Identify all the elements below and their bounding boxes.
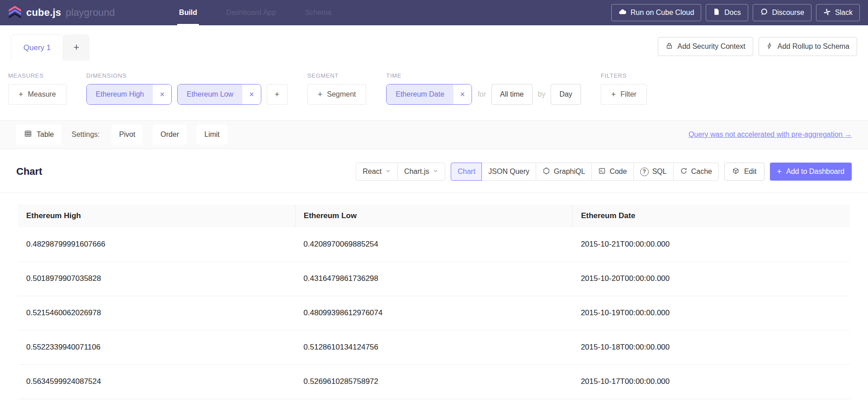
add-rollup-to-schema-button[interactable]: Add Rollup to Schema bbox=[759, 37, 857, 56]
time-label: TIME bbox=[386, 72, 581, 79]
cache-label: Cache bbox=[691, 168, 712, 176]
chart-header: Chart React Chart.js Chart JSON Query Gr… bbox=[0, 149, 868, 193]
pre-aggregation-link[interactable]: Query was not accelerated with pre-aggre… bbox=[689, 131, 852, 139]
order-button[interactable]: Order bbox=[153, 125, 187, 145]
navbar-actions: Run on Cube Cloud Docs Discourse Slack bbox=[611, 4, 860, 21]
view-tab-cache[interactable]: Cache bbox=[673, 163, 719, 181]
edit-button[interactable]: Edit bbox=[724, 163, 764, 181]
table-row: 0.5522339940071106 0.5128610134124756 20… bbox=[18, 330, 850, 364]
cell-ethereum-high: 0.48298799991607666 bbox=[18, 227, 295, 261]
settings-buttons: Pivot Order Limit bbox=[112, 125, 227, 145]
cell-ethereum-date: 2015-10-17T00:00:00.000 bbox=[573, 364, 850, 399]
table-row: 0.48298799991607666 0.4208970069885254 2… bbox=[18, 227, 850, 261]
cell-ethereum-low: 0.48099398612976074 bbox=[295, 296, 572, 330]
results-table-container: Ethereum High Ethereum Low Ethereum Date… bbox=[0, 193, 868, 399]
code-label: Code bbox=[609, 168, 627, 176]
remove-chip-icon[interactable]: × bbox=[242, 84, 261, 104]
nav-tab-schema[interactable]: Schema bbox=[303, 0, 333, 25]
remove-chip-icon[interactable]: × bbox=[453, 84, 472, 104]
column-header-ethereum-high[interactable]: Ethereum High bbox=[18, 205, 295, 227]
dimensions-group: DIMENSIONS Ethereum High × Ethereum Low … bbox=[86, 72, 288, 105]
table-grid-icon bbox=[24, 130, 32, 140]
chart-toolbar: React Chart.js Chart JSON Query GraphiQL… bbox=[356, 163, 852, 181]
for-label: for bbox=[477, 90, 486, 98]
query-tab-1[interactable]: Query 1 bbox=[11, 34, 63, 61]
add-filter-button[interactable]: + Filter bbox=[601, 84, 647, 105]
framework-select-value: React bbox=[363, 168, 382, 176]
lock-icon bbox=[665, 42, 673, 51]
column-header-ethereum-low[interactable]: Ethereum Low bbox=[295, 205, 572, 227]
plus-icon: + bbox=[318, 90, 323, 99]
cube-icon bbox=[732, 167, 740, 177]
query-builder: MEASURES + Measure DIMENSIONS Ethereum H… bbox=[0, 61, 868, 120]
plus-icon: + bbox=[19, 90, 24, 99]
add-measure-label: Measure bbox=[28, 90, 56, 98]
table-view-label: Table bbox=[37, 131, 54, 139]
plus-icon: + bbox=[777, 167, 782, 177]
table-view-button[interactable]: Table bbox=[16, 125, 61, 145]
add-measure-button[interactable]: + Measure bbox=[8, 84, 66, 105]
add-security-context-label: Add Security Context bbox=[678, 42, 745, 51]
limit-button[interactable]: Limit bbox=[197, 125, 227, 145]
view-tab-graphiql[interactable]: GraphiQL bbox=[536, 163, 592, 181]
remove-chip-icon[interactable]: × bbox=[153, 84, 171, 104]
chip-label: Ethereum High bbox=[87, 84, 153, 104]
lightning-icon bbox=[766, 42, 773, 51]
dimensions-label: DIMENSIONS bbox=[86, 72, 288, 79]
discourse-button[interactable]: Discourse bbox=[753, 4, 811, 21]
granularity-select[interactable]: Day bbox=[551, 84, 580, 105]
chip-label: Ethereum Low bbox=[178, 84, 242, 104]
column-header-ethereum-date[interactable]: Ethereum Date bbox=[573, 205, 850, 227]
chevron-down-icon bbox=[433, 168, 439, 176]
add-security-context-button[interactable]: Add Security Context bbox=[658, 37, 753, 56]
cell-ethereum-date: 2015-10-18T00:00:00.000 bbox=[573, 330, 850, 364]
settings-label: Settings: bbox=[71, 131, 99, 139]
run-on-cube-cloud-label: Run on Cube Cloud bbox=[631, 9, 694, 17]
main-nav: Build Dashboard App Schema bbox=[165, 0, 346, 25]
chevron-down-icon bbox=[385, 168, 391, 176]
measures-group: MEASURES + Measure bbox=[8, 72, 66, 105]
settings-bar: Table Settings: Pivot Order Limit Query … bbox=[0, 120, 868, 149]
view-tab-chart[interactable]: Chart bbox=[451, 163, 482, 181]
filters-group: FILTERS + Filter bbox=[601, 72, 647, 105]
top-navbar: cube.js playground Build Dashboard App S… bbox=[0, 0, 868, 25]
framework-select[interactable]: React bbox=[356, 163, 398, 181]
run-on-cube-cloud-button[interactable]: Run on Cube Cloud bbox=[611, 4, 702, 21]
slack-icon bbox=[823, 8, 831, 18]
slack-button[interactable]: Slack bbox=[816, 4, 860, 21]
add-segment-label: Segment bbox=[327, 90, 356, 98]
chart-title: Chart bbox=[16, 166, 42, 177]
add-dimension-button[interactable]: + bbox=[267, 84, 288, 105]
view-tabs-group: Chart JSON Query GraphiQL Code ? SQL Cac… bbox=[451, 163, 719, 181]
nav-tab-build[interactable]: Build bbox=[177, 0, 199, 25]
cell-ethereum-date: 2015-10-19T00:00:00.000 bbox=[573, 296, 850, 330]
cell-ethereum-date: 2015-10-20T00:00:00.000 bbox=[573, 261, 850, 296]
measures-label: MEASURES bbox=[8, 72, 66, 79]
view-tab-sql[interactable]: ? SQL bbox=[633, 163, 674, 181]
date-range-select[interactable]: All time bbox=[491, 84, 532, 105]
filters-label: FILTERS bbox=[601, 72, 647, 79]
dimension-chip-ethereum-low[interactable]: Ethereum Low × bbox=[177, 84, 261, 105]
segment-label: SEGMENT bbox=[307, 72, 367, 79]
time-group: TIME Ethereum Date × for All time by Day bbox=[386, 72, 581, 105]
cell-ethereum-high: 0.5215460062026978 bbox=[18, 296, 295, 330]
add-segment-button[interactable]: + Segment bbox=[307, 84, 367, 105]
docs-label: Docs bbox=[724, 9, 741, 17]
query-tabs-row: Query 1 + Add Security Context Add Rollu… bbox=[0, 25, 868, 61]
docs-button[interactable]: Docs bbox=[706, 4, 748, 21]
time-chip-ethereum-date[interactable]: Ethereum Date × bbox=[386, 84, 472, 105]
add-to-dashboard-button[interactable]: + Add to Dashboard bbox=[770, 163, 852, 181]
results-table: Ethereum High Ethereum Low Ethereum Date… bbox=[18, 205, 850, 399]
refresh-icon bbox=[680, 167, 688, 177]
cell-ethereum-low: 0.4208970069885254 bbox=[295, 227, 572, 261]
view-tab-code[interactable]: Code bbox=[591, 163, 633, 181]
cubejs-logo[interactable]: cube.js playground bbox=[8, 5, 115, 20]
add-query-tab-button[interactable]: + bbox=[63, 34, 90, 61]
cell-ethereum-high: 0.5522339940071106 bbox=[18, 330, 295, 364]
dimension-chip-ethereum-high[interactable]: Ethereum High × bbox=[86, 84, 172, 105]
view-tab-json-query[interactable]: JSON Query bbox=[481, 163, 536, 181]
pivot-button[interactable]: Pivot bbox=[112, 125, 143, 145]
library-select[interactable]: Chart.js bbox=[397, 163, 445, 181]
query-tab-actions: Add Security Context Add Rollup to Schem… bbox=[658, 37, 858, 56]
nav-tab-dashboard-app[interactable]: Dashboard App bbox=[224, 0, 278, 25]
